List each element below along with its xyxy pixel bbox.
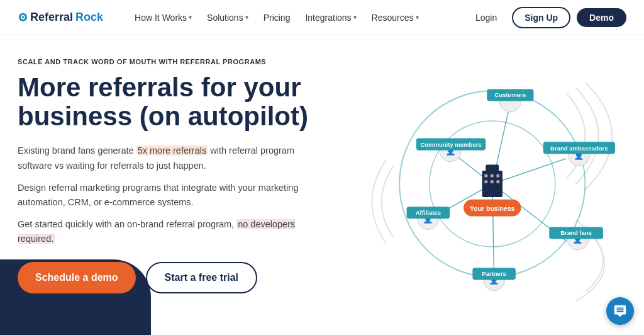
referral-diagram: Your business 👤 Customers 👤 Community me…: [357, 58, 621, 310]
logo-referral: Referral: [30, 11, 73, 24]
svg-text:Affiliates: Affiliates: [416, 209, 441, 216]
chat-icon: [613, 304, 627, 318]
svg-text:Community members: Community members: [420, 141, 481, 148]
chat-bubble-button[interactable]: [606, 297, 634, 325]
demo-button[interactable]: Demo: [577, 8, 626, 27]
navbar: ⚙ReferralRock How It Works ▾ Solutions ▾…: [0, 0, 644, 35]
nav-item-how-it-works[interactable]: How It Works ▾: [128, 9, 198, 26]
logo-rock: Rock: [75, 11, 103, 24]
highlight-5x: 5x more referrals: [136, 145, 208, 156]
hero-ctas: Schedule a demo Start a free trial: [18, 262, 345, 293]
chevron-down-icon: ▾: [353, 14, 357, 21]
chevron-down-icon: ▾: [416, 14, 419, 21]
chevron-down-icon: ▾: [245, 14, 248, 21]
diagram-container: Your business 👤 Customers 👤 Community me…: [357, 58, 621, 310]
nav-item-resources[interactable]: Resources ▾: [365, 9, 425, 26]
start-trial-button[interactable]: Start a free trial: [146, 262, 257, 293]
svg-line-7: [492, 184, 494, 278]
hero-left: SCALE AND TRACK WORD OF MOUTH WITH REFER…: [18, 58, 345, 293]
hero-eyebrow: SCALE AND TRACK WORD OF MOUTH WITH REFER…: [18, 58, 345, 65]
svg-text:Customers: Customers: [494, 91, 526, 98]
svg-text:Brand fans: Brand fans: [560, 229, 592, 236]
signup-button[interactable]: Sign Up: [512, 7, 570, 28]
hero-title: More referrals for your business (on aut…: [18, 73, 345, 131]
nav-links: How It Works ▾ Solutions ▾ Pricing Integ…: [128, 9, 467, 26]
svg-rect-13: [484, 180, 487, 183]
chevron-down-icon: ▾: [189, 14, 192, 21]
hero-section: SCALE AND TRACK WORD OF MOUTH WITH REFER…: [0, 35, 644, 335]
logo-gear-icon: ⚙: [18, 11, 28, 25]
hero-para1: Existing brand fans generate 5x more ref…: [18, 144, 307, 173]
nav-item-solutions[interactable]: Solutions ▾: [201, 9, 255, 26]
nav-item-pricing[interactable]: Pricing: [257, 9, 297, 26]
svg-text:Partners: Partners: [482, 270, 506, 277]
svg-rect-15: [496, 180, 499, 183]
hero-para3: Get started quickly with an on-brand ref…: [18, 217, 307, 246]
nav-item-integrations[interactable]: Integrations ▾: [299, 9, 362, 26]
svg-rect-11: [491, 174, 494, 178]
hero-right: Your business 👤 Customers 👤 Community me…: [345, 58, 626, 322]
logo[interactable]: ⚙ReferralRock: [18, 11, 103, 25]
svg-text:Brand ambassadors: Brand ambassadors: [550, 145, 608, 152]
svg-rect-12: [496, 174, 499, 178]
hero-para2: Design referral marketing programs that …: [18, 181, 307, 210]
svg-rect-14: [491, 180, 494, 183]
schedule-demo-button[interactable]: Schedule a demo: [18, 262, 136, 293]
svg-text:Your business: Your business: [470, 205, 515, 212]
nav-right: Login Sign Up Demo: [467, 7, 626, 28]
login-button[interactable]: Login: [467, 8, 506, 27]
svg-rect-10: [484, 174, 487, 178]
